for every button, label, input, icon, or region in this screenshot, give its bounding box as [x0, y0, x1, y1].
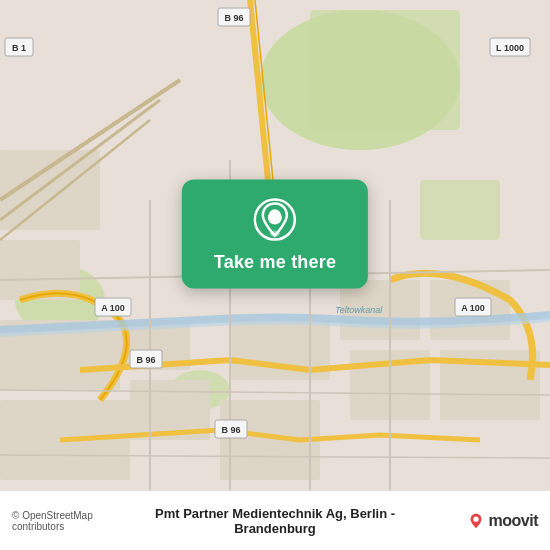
navigation-button-overlay[interactable]: Take me there	[182, 180, 368, 289]
moovit-brand-pin-icon	[467, 512, 485, 530]
svg-rect-2	[310, 10, 460, 130]
svg-text:B 96: B 96	[221, 425, 240, 435]
take-me-there-button[interactable]: Take me there	[182, 180, 368, 289]
place-name-label: Pmt Partner Medientechnik Ag, Berlin - B…	[148, 506, 403, 536]
svg-text:B 1: B 1	[12, 43, 26, 53]
moovit-brand-label: moovit	[489, 512, 538, 530]
svg-text:L 1000: L 1000	[496, 43, 524, 53]
svg-point-47	[473, 516, 478, 521]
location-pin-icon	[253, 198, 297, 242]
take-me-there-label: Take me there	[214, 252, 336, 273]
bottom-info-bar: © OpenStreetMap contributors Pmt Partner…	[0, 490, 550, 550]
svg-rect-5	[420, 180, 500, 240]
svg-text:B 96: B 96	[224, 13, 243, 23]
svg-text:Teltowkanal: Teltowkanal	[335, 305, 383, 315]
svg-text:A 100: A 100	[101, 303, 125, 313]
moovit-logo: moovit	[411, 512, 539, 530]
svg-text:A 100: A 100	[461, 303, 485, 313]
map-area: B 1 B 96 L 1000 A 100 A 100 B 96 B 96 Te…	[0, 0, 550, 490]
osm-attribution: © OpenStreetMap contributors	[12, 510, 140, 532]
svg-text:B 96: B 96	[136, 355, 155, 365]
